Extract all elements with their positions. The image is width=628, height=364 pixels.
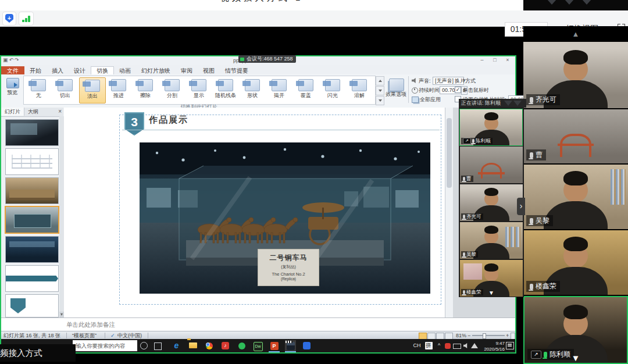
hidden-icons-button[interactable]: ^ [435, 340, 443, 351]
preview-button[interactable]: 预览 [3, 76, 21, 98]
tab-slides[interactable]: 幻灯片 [1, 108, 24, 116]
battery-tray[interactable] [452, 340, 462, 352]
powerpoint-button[interactable]: P [269, 340, 280, 352]
transition-icon [138, 79, 153, 91]
spellcheck-icon[interactable]: ✓ [110, 332, 115, 339]
screen-share-icon: ↗ [531, 351, 541, 359]
transition-flash[interactable]: 闪光 [320, 77, 345, 102]
edge-button[interactable]: e [171, 340, 182, 351]
preview-icon [6, 78, 19, 88]
shared-screen-region: ▣↶↷ ppt.pptx - PowerPoint 会议号:468 547 25… [0, 55, 516, 354]
scroll-down-icon[interactable]: ▼ [572, 353, 580, 363]
language-indicator[interactable]: 中文(中国) [117, 332, 142, 339]
taskbar-search-input[interactable]: 输入你要搜索的内容 [73, 340, 137, 351]
security-shield-button[interactable]: + [2, 12, 16, 26]
dreamweaver-button[interactable]: Dw [252, 340, 263, 351]
scroll-up-icon[interactable]: ▲ [523, 30, 628, 38]
chrome-icon [206, 342, 213, 349]
transition-push[interactable]: 推进 [106, 77, 131, 102]
windows-taskbar: 输入你要搜索的内容 e ♪ Dw P CH 拼 ^ 9:47 2020/5/16 [1, 339, 515, 352]
transition-uncover[interactable]: 揭开 [266, 77, 292, 102]
transition-shape[interactable]: 形状 [240, 77, 265, 102]
blue-app-button[interactable] [301, 340, 312, 351]
zoom-out-icon[interactable]: − [468, 332, 470, 339]
language-tray[interactable]: CH [412, 340, 422, 351]
participant-video[interactable]: 吴黎 [460, 222, 523, 259]
panel-expand-chevron[interactable]: › [517, 198, 525, 215]
floating-participant-panel: 正在讲话: 陈利顺 ↗陈利顺 曹 齐光可 吴黎 楼鑫荣 ▼ [459, 99, 524, 297]
action-center-button[interactable] [506, 342, 514, 349]
participant-video[interactable]: 曹 [523, 109, 628, 163]
slide-thumbnail[interactable] [5, 265, 59, 292]
ime-tray[interactable]: 拼 [423, 340, 434, 351]
participant-video[interactable]: 齐光可 [460, 184, 523, 221]
dreamweaver-icon: Dw [254, 342, 263, 351]
transition-split[interactable]: 分割 [159, 77, 185, 102]
netease-music-button[interactable]: ♪ [220, 340, 231, 351]
transition-wipe[interactable]: 擦除 [133, 77, 158, 102]
tray-app-icon[interactable] [443, 340, 452, 351]
slide-thumbnail[interactable] [5, 177, 59, 204]
network-signal-button[interactable] [19, 12, 34, 26]
effect-options-label: 效果选项 [386, 91, 406, 98]
slide-thumbnail-selected[interactable] [5, 206, 59, 234]
slide-canvas[interactable]: 3 作品展示 [64, 108, 445, 317]
participant-video-speaking[interactable]: ↗陈利顺 ▼ [523, 296, 628, 364]
cropped-icon [547, 0, 557, 5]
slide-thumbnail[interactable] [5, 148, 59, 175]
transition-cover[interactable]: 覆盖 [293, 77, 319, 102]
slide-thumbnail[interactable] [5, 119, 59, 146]
transition-cut[interactable]: 切出 [52, 77, 78, 102]
slide-scrollbar[interactable] [445, 108, 454, 317]
green-app-button[interactable] [236, 340, 247, 351]
ppt-titlebar[interactable]: ▣↶↷ ppt.pptx - PowerPoint 会议号:468 547 25… [1, 56, 515, 65]
sound-icon [412, 78, 417, 83]
participant-video[interactable]: 齐光可 [523, 42, 628, 108]
zoom-slider-thumb[interactable] [483, 333, 486, 339]
on-click-checkbox[interactable]: ✓ [455, 87, 461, 93]
zoom-slider[interactable] [472, 335, 505, 336]
participant-video[interactable]: 楼鑫荣 [523, 230, 628, 295]
video-editor-button[interactable] [285, 340, 296, 352]
minimize-button[interactable]: – [476, 56, 488, 64]
transition-dissolve[interactable]: 溶解 [347, 77, 372, 102]
slide-thumbnail-partial[interactable] [5, 294, 59, 317]
transition-none[interactable]: 无 [26, 77, 51, 102]
collapse-down-icon[interactable]: ▼ [488, 290, 494, 296]
panel-close-icon[interactable]: × [58, 108, 62, 116]
apply-all-label: 全部应用 [420, 96, 441, 104]
transition-fade-selected[interactable]: 淡出 [79, 77, 106, 104]
thumbnail-scrollbar[interactable] [59, 116, 64, 317]
transition-reveal[interactable]: 显示 [186, 77, 212, 102]
participant-video[interactable]: 楼鑫荣 ▼ [460, 260, 523, 297]
gallery-scroll-down[interactable] [376, 86, 384, 95]
cortana-button[interactable] [138, 340, 149, 351]
effect-options-button[interactable]: 效果选项 [386, 76, 406, 103]
slide-counter: 幻灯片第 16 张, 共 18 张 [3, 332, 60, 339]
tab-outline[interactable]: 大纲 [24, 108, 42, 116]
scroll-down-button[interactable] [59, 312, 64, 317]
participant-video[interactable]: 吴黎 [523, 165, 628, 229]
close-button[interactable]: × [501, 56, 514, 64]
slide-thumbnail[interactable] [5, 236, 59, 263]
maximize-button[interactable]: □ [488, 56, 501, 64]
blue-app-icon [303, 342, 311, 349]
taskbar-clock[interactable]: 9:47 2020/5/16 [474, 340, 505, 352]
scrollbar-thumb[interactable] [447, 118, 452, 188]
caption-line: (Replica) [258, 277, 319, 281]
chrome-button[interactable] [204, 340, 215, 351]
task-view-button[interactable] [152, 340, 163, 351]
participant-video[interactable]: ↗陈利顺 [459, 109, 523, 146]
notes-pane[interactable]: 单击此处添加备注 [1, 317, 515, 331]
transition-random-bars[interactable]: 随机线条 [213, 77, 238, 102]
participant-video[interactable]: 曹 [460, 147, 523, 183]
zoom-in-icon[interactable]: + [506, 332, 509, 339]
volume-tray[interactable] [462, 340, 470, 351]
mic-icon [463, 290, 465, 294]
file-explorer-button[interactable] [187, 340, 198, 351]
gallery-scroll-up[interactable] [376, 76, 384, 85]
zoom-percent[interactable]: 81% [456, 332, 466, 339]
transition-gallery: 无 切出 淡出 推进 擦除 分割 显示 随机线条 形状 揭开 覆盖 闪光 溶解 [23, 76, 376, 105]
gallery-more[interactable] [376, 96, 384, 105]
speaker-icon [463, 343, 469, 348]
